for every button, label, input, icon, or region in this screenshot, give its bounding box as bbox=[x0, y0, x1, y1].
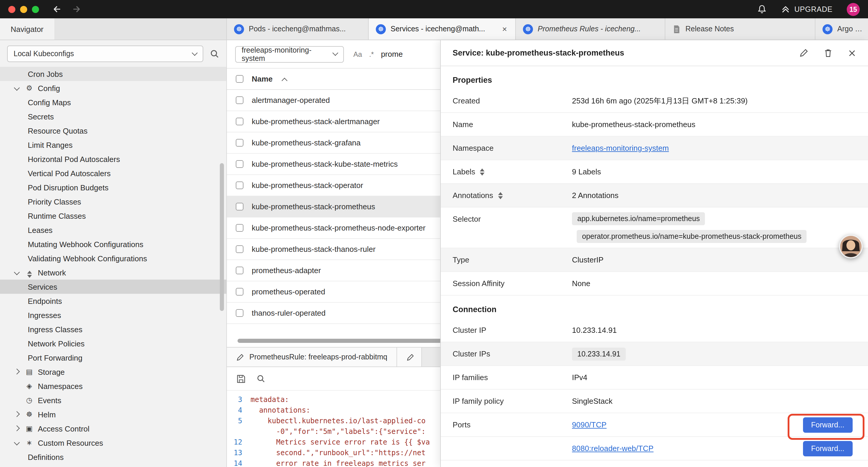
sidebar-item-vertical-pod-autoscalers[interactable]: Vertical Pod Autoscalers bbox=[0, 166, 226, 180]
table-search: Aa .* prome bbox=[353, 50, 403, 59]
row-checkbox[interactable] bbox=[236, 267, 243, 274]
sidebar-item-port-forwarding[interactable]: Port Forwarding bbox=[0, 351, 226, 365]
editor-search-icon[interactable] bbox=[256, 374, 265, 383]
sidebar-item-pod-disruption-budgets[interactable]: Pod Disruption Budgets bbox=[0, 180, 226, 195]
property-row-namespace: Namespace freeleaps-monitoring-system bbox=[441, 137, 868, 160]
dock-tab-partial[interactable] bbox=[397, 348, 422, 367]
sidebar-item-services[interactable]: Services bbox=[0, 280, 226, 294]
tab-argo[interactable]: ☸ Argo S... bbox=[815, 18, 868, 39]
sidebar-item-config-maps[interactable]: Config Maps bbox=[0, 95, 226, 109]
avatar[interactable] bbox=[839, 235, 863, 258]
dock-tab-label: PrometheusRule: freeleaps-prod-rabbitmq bbox=[249, 353, 387, 361]
sidebar-item-cron-jobs[interactable]: Cron Jobs bbox=[0, 67, 226, 81]
port-link[interactable]: 9090/TCP bbox=[572, 420, 607, 429]
chevron-right-icon[interactable] bbox=[14, 412, 19, 417]
regex-toggle[interactable]: .* bbox=[369, 50, 374, 58]
sidebar-group-custom-resources[interactable]: ∗ Custom Resources bbox=[0, 436, 226, 450]
tab-release-notes[interactable]: Release Notes bbox=[665, 18, 815, 39]
line-text: second.","runbook_url":"https://net bbox=[251, 449, 426, 457]
tab-pods[interactable]: ☸ Pods - icecheng@mathmas... bbox=[227, 18, 369, 39]
chevron-down-icon[interactable] bbox=[14, 270, 19, 275]
sidebar-item-resource-quotas[interactable]: Resource Quotas bbox=[0, 123, 226, 138]
dock-tab-prometheusrule[interactable]: PrometheusRule: freeleaps-prod-rabbitmq bbox=[227, 348, 397, 367]
search-query[interactable]: prome bbox=[381, 50, 403, 59]
service-name: prometheus-adapter bbox=[252, 266, 321, 275]
chevron-right-icon[interactable] bbox=[14, 426, 19, 431]
notification-count-badge[interactable]: 15 bbox=[847, 3, 860, 16]
row-checkbox[interactable] bbox=[236, 139, 243, 147]
back-arrow-icon[interactable] bbox=[52, 4, 62, 14]
close-tab-icon[interactable]: × bbox=[501, 24, 508, 34]
sidebar-item-label: Helm bbox=[38, 410, 56, 419]
zoom-window-button[interactable] bbox=[32, 6, 39, 13]
sidebar-item-limit-ranges[interactable]: Limit Ranges bbox=[0, 138, 226, 152]
match-case-toggle[interactable]: Aa bbox=[353, 50, 362, 58]
property-row-session-affinity: Session Affinity None bbox=[441, 272, 868, 296]
tab-label: Services - icecheng@math... bbox=[391, 25, 485, 33]
sidebar-item-ingresses[interactable]: Ingresses bbox=[0, 308, 226, 322]
chevron-right-icon[interactable] bbox=[14, 370, 19, 374]
row-checkbox[interactable] bbox=[236, 160, 243, 168]
row-checkbox[interactable] bbox=[236, 224, 243, 232]
property-label-text: Annotations bbox=[453, 191, 493, 200]
sidebar-item-endpoints[interactable]: Endpoints bbox=[0, 294, 226, 308]
sidebar-group-helm[interactable]: ☸ Helm bbox=[0, 407, 226, 421]
sidebar-item-priority-classes[interactable]: Priority Classes bbox=[0, 195, 226, 209]
namespace-filter-dropdown[interactable]: freeleaps-monitoring-system bbox=[235, 46, 344, 62]
select-all-checkbox[interactable] bbox=[236, 75, 243, 83]
sidebar-item-events[interactable]: ◷ Events bbox=[0, 393, 226, 407]
kubeconfig-selector[interactable]: Local Kubeconfigs bbox=[7, 46, 203, 62]
tab-services[interactable]: ☸ Services - icecheng@math... × bbox=[369, 18, 516, 39]
row-checkbox[interactable] bbox=[236, 309, 243, 317]
name-column-header[interactable]: Name bbox=[252, 75, 273, 83]
navigator-scrollbar[interactable] bbox=[220, 163, 224, 311]
sidebar-item-namespaces[interactable]: ◈ Namespaces bbox=[0, 379, 226, 393]
row-checkbox[interactable] bbox=[236, 96, 243, 104]
sidebar-item-network-policies[interactable]: Network Policies bbox=[0, 337, 226, 351]
sidebar-group-access-control[interactable]: ▣ Access Control bbox=[0, 421, 226, 436]
search-icon[interactable] bbox=[210, 49, 219, 59]
tab-prometheus-rules[interactable]: ☸ Prometheus Rules - icecheng... bbox=[516, 18, 665, 39]
property-label: IP families bbox=[453, 373, 572, 382]
sidebar-item-ingress-classes[interactable]: Ingress Classes bbox=[0, 322, 226, 337]
kubernetes-icon: ☸ bbox=[234, 24, 244, 34]
namespace-link[interactable]: freeleaps-monitoring-system bbox=[572, 144, 669, 152]
chevron-down-icon[interactable] bbox=[14, 86, 19, 90]
row-checkbox[interactable] bbox=[236, 181, 243, 189]
port-link[interactable]: 8080:reloader-web/TCP bbox=[572, 444, 653, 453]
sidebar-item-mutating-webhook-configurations[interactable]: Mutating Webhook Configurations bbox=[0, 237, 226, 251]
sidebar-group-config[interactable]: ⚙ Config bbox=[0, 81, 226, 95]
sidebar-item-runtime-classes[interactable]: Runtime Classes bbox=[0, 209, 226, 223]
sidebar-item-horizontal-pod-autoscalers[interactable]: Horizontal Pod Autoscalers bbox=[0, 152, 226, 166]
property-row-labels[interactable]: Labels 9 Labels bbox=[441, 160, 868, 184]
sidebar-item-validating-webhook-configurations[interactable]: Validating Webhook Configurations bbox=[0, 251, 226, 265]
property-label: Cluster IP bbox=[453, 326, 572, 334]
row-checkbox[interactable] bbox=[236, 288, 243, 296]
trash-icon[interactable] bbox=[824, 49, 833, 57]
row-checkbox[interactable] bbox=[236, 203, 243, 210]
sidebar-group-storage[interactable]: ▤ Storage bbox=[0, 365, 226, 379]
sidebar-item-definitions[interactable]: Definitions bbox=[0, 450, 226, 464]
expand-toggle-icon[interactable] bbox=[498, 192, 502, 199]
forward-button[interactable]: Forward... bbox=[803, 417, 852, 432]
chevron-down-icon[interactable] bbox=[14, 440, 19, 445]
close-window-button[interactable] bbox=[8, 6, 16, 13]
edit-icon[interactable] bbox=[800, 49, 808, 57]
horizontal-scrollbar[interactable] bbox=[238, 339, 444, 343]
row-checkbox[interactable] bbox=[236, 118, 243, 125]
row-checkbox[interactable] bbox=[236, 245, 243, 253]
service-detail-drawer: Service: kube-prometheus-stack-prometheu… bbox=[440, 40, 868, 467]
forward-arrow-icon[interactable] bbox=[71, 4, 82, 14]
expand-toggle-icon[interactable] bbox=[480, 168, 485, 175]
sidebar-group-network[interactable]: Network bbox=[0, 265, 226, 280]
tab-label: Release Notes bbox=[685, 25, 734, 33]
minimize-window-button[interactable] bbox=[20, 6, 27, 13]
save-icon[interactable] bbox=[236, 374, 246, 383]
upgrade-button[interactable]: UPGRADE bbox=[781, 5, 833, 13]
close-icon[interactable] bbox=[848, 49, 856, 57]
property-row-annotations[interactable]: Annotations 2 Annotations bbox=[441, 184, 868, 207]
notification-bell-icon[interactable] bbox=[757, 4, 767, 14]
sidebar-item-secrets[interactable]: Secrets bbox=[0, 109, 226, 123]
sidebar-item-leases[interactable]: Leases bbox=[0, 223, 226, 237]
forward-button[interactable]: Forward... bbox=[803, 441, 852, 456]
